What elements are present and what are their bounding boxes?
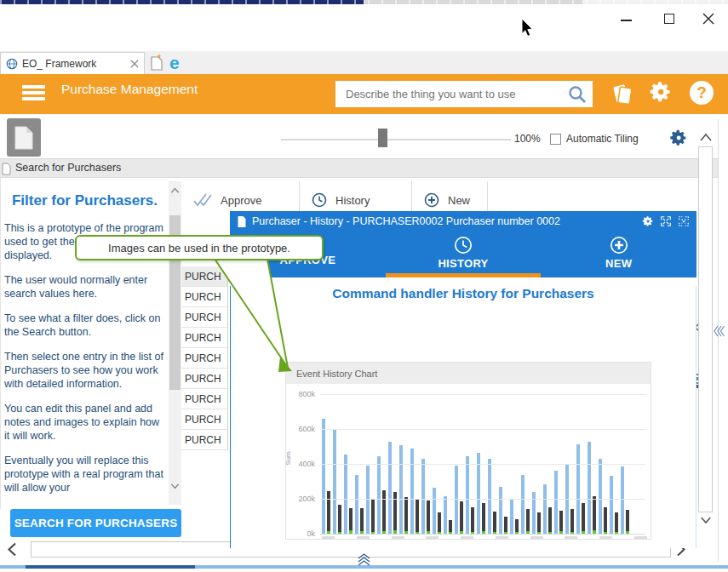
bar-dark xyxy=(570,509,574,532)
list-item[interactable]: PURCH xyxy=(181,409,227,430)
panel-title: Search for Purchasers xyxy=(15,162,121,174)
filter-paragraphs: This is a prototype of the program used … xyxy=(1,221,169,495)
filter-paragraph: Then select one entry in the list of Pur… xyxy=(4,350,165,391)
bar-dark xyxy=(327,491,330,531)
window-tab-history[interactable]: HISTORY xyxy=(386,232,542,277)
bar-dark xyxy=(382,490,386,531)
bar-dark xyxy=(360,508,364,531)
window-expand-icon[interactable] xyxy=(660,215,672,227)
page-icon xyxy=(14,126,33,150)
ie-logo-icon[interactable]: e xyxy=(169,53,188,72)
window-popout-icon[interactable] xyxy=(678,215,690,227)
bar-dark xyxy=(537,512,541,532)
tab-close-icon[interactable] xyxy=(130,60,139,68)
help-icon[interactable]: ? xyxy=(690,81,714,105)
maximize-icon[interactable] xyxy=(664,14,674,24)
chart-xtick-label xyxy=(496,536,508,540)
app-title: Purchase Management xyxy=(61,82,198,97)
bar-dark xyxy=(438,512,441,532)
menu-hamburger-icon[interactable] xyxy=(22,85,45,100)
bar-stack xyxy=(349,508,353,534)
app-search-input[interactable] xyxy=(344,87,567,101)
chart-xtick-label xyxy=(322,536,335,540)
window-gear-icon[interactable] xyxy=(642,215,654,227)
filter-paragraph: Eventually you will replace this prototy… xyxy=(4,454,165,495)
hscroll-left-icon[interactable] xyxy=(7,542,17,557)
list-item[interactable]: PURCH xyxy=(181,328,227,348)
bar-dark xyxy=(427,500,430,531)
collapse-right-panel-icon[interactable] xyxy=(714,325,725,337)
chart-xtick-label xyxy=(634,536,647,540)
automatic-tiling-checkbox[interactable] xyxy=(550,134,561,145)
search-for-purchasers-button[interactable]: SEARCH FOR PURCHASERS xyxy=(10,509,181,537)
filter-panel-scrollbar[interactable] xyxy=(169,181,181,505)
bar-group xyxy=(543,484,552,534)
chart-ytick-label: 200k xyxy=(286,495,315,503)
scroll-down-icon[interactable] xyxy=(170,483,180,490)
svg-text:*: * xyxy=(158,54,161,63)
zoom-slider-track[interactable] xyxy=(281,139,511,140)
bar-stack xyxy=(537,512,541,534)
bar-blue xyxy=(599,459,602,534)
bar-stack xyxy=(593,496,596,534)
bar-blue xyxy=(322,419,325,534)
bar-stack xyxy=(438,512,441,534)
chart-xtick-label xyxy=(530,536,543,540)
main-scrollbar-track[interactable] xyxy=(698,146,713,512)
window-tab-new[interactable]: NEW xyxy=(541,232,696,277)
bar-group xyxy=(355,475,364,534)
list-item[interactable]: PURCH xyxy=(181,348,227,369)
document-tile-icon[interactable] xyxy=(7,118,41,157)
scroll-down-icon[interactable] xyxy=(700,516,712,525)
chart-ytick-label: 0k xyxy=(286,529,315,538)
bar-group xyxy=(610,476,618,534)
close-icon[interactable] xyxy=(702,13,714,25)
scroll-up-icon[interactable] xyxy=(170,186,180,194)
bar-stack xyxy=(548,507,552,534)
list-item[interactable]: PURCH xyxy=(181,287,227,307)
bar-blue xyxy=(433,488,436,534)
callout-note[interactable]: Images can be used in the prototype. xyxy=(75,235,324,260)
list-item[interactable]: PURCH xyxy=(181,369,227,389)
scroll-up-icon[interactable] xyxy=(699,132,713,142)
bar-blue xyxy=(344,455,347,534)
tab-eo-framework[interactable]: EO_ Framework xyxy=(0,52,145,74)
minimize-icon[interactable] xyxy=(621,20,632,21)
bar-group xyxy=(399,445,408,534)
chart-xtick-label xyxy=(461,536,473,540)
list-item[interactable]: PURCH xyxy=(181,307,227,328)
chart-bars xyxy=(322,388,645,534)
bar-group xyxy=(444,496,452,534)
zoom-slider-handle[interactable] xyxy=(378,129,387,147)
chart-gridline xyxy=(320,429,645,430)
list-item[interactable]: PURCH xyxy=(181,430,227,450)
bar-stack xyxy=(327,491,330,534)
bar-dark xyxy=(615,512,618,532)
filter-paragraph: The user would normally enter search val… xyxy=(4,273,165,300)
window-doc-icon xyxy=(237,215,247,228)
bar-blue xyxy=(499,487,502,534)
list-item[interactable]: PURCH xyxy=(181,389,227,409)
bar-stack xyxy=(382,490,386,534)
app-search-box[interactable] xyxy=(335,81,593,107)
bar-blue xyxy=(621,466,624,534)
bar-stack xyxy=(471,507,474,534)
list-header[interactable]: PURCH xyxy=(181,266,227,287)
expand-bottom-panel-icon[interactable] xyxy=(356,553,372,566)
layout-gear-icon[interactable] xyxy=(669,129,688,147)
bar-stack xyxy=(482,503,485,534)
bar-group xyxy=(377,456,386,534)
panel-doc-icon xyxy=(2,163,11,175)
chart-xtick-label xyxy=(565,536,577,540)
new-tab-icon[interactable]: * xyxy=(150,54,163,71)
window-titlebar[interactable]: Purchaser - History - PURCHASER0002 Purc… xyxy=(230,211,696,232)
search-icon[interactable] xyxy=(567,84,588,105)
bar-stack xyxy=(626,510,629,534)
bar-dark xyxy=(404,497,408,531)
bar-group xyxy=(410,449,419,534)
bar-stack xyxy=(427,500,430,534)
bar-blue xyxy=(588,442,591,534)
bar-group xyxy=(576,444,585,534)
notes-icon[interactable] xyxy=(610,81,635,106)
settings-gear-icon[interactable] xyxy=(649,80,673,104)
